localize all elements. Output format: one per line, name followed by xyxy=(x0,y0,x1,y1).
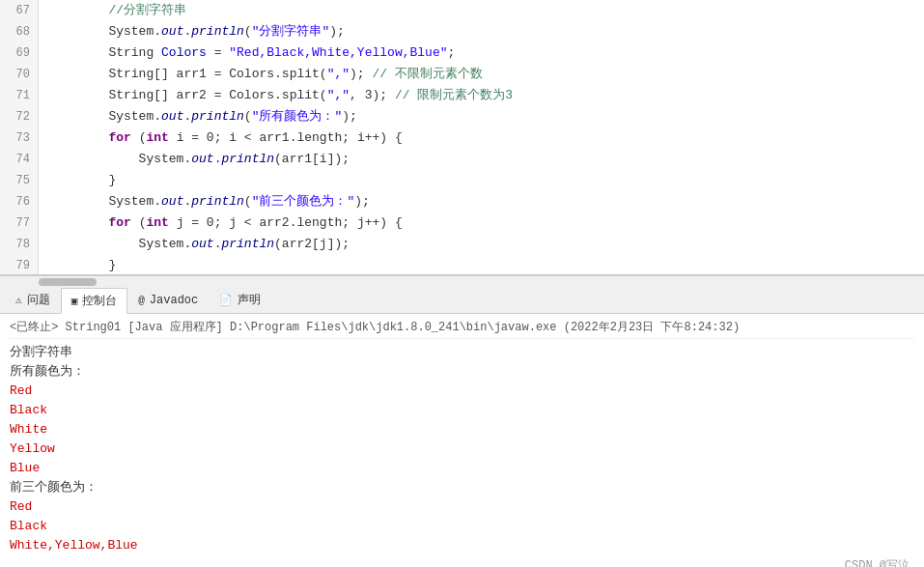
line-content: //分割字符串 xyxy=(39,0,186,21)
code-editor[interactable]: 67 //分割字符串68 System.out.println("分割字符串")… xyxy=(0,0,924,275)
tab-declaration[interactable]: 📄声明 xyxy=(209,287,271,313)
console-line: Red xyxy=(10,497,914,517)
line-content: System.out.println("前三个颜色为："); xyxy=(39,191,370,213)
horizontal-scrollbar[interactable] xyxy=(0,275,924,287)
line-number: 69 xyxy=(0,43,39,64)
console-line: Black xyxy=(10,401,914,420)
line-number: 75 xyxy=(0,170,39,191)
tab-bar[interactable]: ⚠问题▣控制台@Javadoc📄声明 xyxy=(0,287,924,314)
line-number: 72 xyxy=(0,106,39,128)
line-number: 68 xyxy=(0,21,39,43)
code-line: 73 for (int i = 0; i < arr1.length; i++)… xyxy=(0,128,924,149)
watermark: CSDN @写泣 xyxy=(845,557,910,567)
bottom-panel: ⚠问题▣控制台@Javadoc📄声明 <已终止> String01 [Java … xyxy=(0,287,924,567)
code-line: 76 System.out.println("前三个颜色为："); xyxy=(0,191,924,213)
line-number: 71 xyxy=(0,85,39,106)
line-content: String[] arr1 = Colors.split(","); // 不限… xyxy=(39,64,483,85)
line-content: for (int j = 0; j < arr2.length; j++) { xyxy=(39,213,403,234)
line-number: 74 xyxy=(0,149,39,170)
console-header: <已终止> String01 [Java 应用程序] D:\Program Fi… xyxy=(10,319,914,339)
console-line: 分割字符串 xyxy=(10,343,914,362)
tab-javadoc[interactable]: @Javadoc xyxy=(127,289,209,312)
code-line: 67 //分割字符串 xyxy=(0,0,924,21)
line-content: System.out.println(arr1[i]); xyxy=(39,149,350,170)
line-content: } xyxy=(39,170,116,191)
line-number: 67 xyxy=(0,0,39,21)
console-line: Yellow xyxy=(10,439,914,459)
console-line: Red xyxy=(10,382,914,401)
line-content: System.out.println("分割字符串"); xyxy=(39,21,345,43)
tab-problems[interactable]: ⚠问题 xyxy=(5,287,61,313)
line-number: 77 xyxy=(0,213,39,234)
console-line: White xyxy=(10,420,914,439)
line-content: String Colors = "Red,Black,White,Yellow,… xyxy=(39,43,455,64)
line-content: } xyxy=(39,255,116,275)
tab-label-console: 控制台 xyxy=(82,293,117,309)
console-line: Black xyxy=(10,517,914,536)
console-output[interactable]: <已终止> String01 [Java 应用程序] D:\Program Fi… xyxy=(0,314,924,567)
code-line: 71 String[] arr2 = Colors.split(",", 3);… xyxy=(0,85,924,106)
line-content: System.out.println("所有颜色为："); xyxy=(39,106,357,128)
tab-console[interactable]: ▣控制台 xyxy=(61,288,128,314)
tab-icon-problems: ⚠ xyxy=(15,294,22,306)
tab-icon-javadoc: @ xyxy=(138,295,145,306)
console-line: 所有颜色为： xyxy=(10,362,914,382)
code-line: 79 } xyxy=(0,255,924,275)
line-number: 70 xyxy=(0,64,39,85)
line-number: 79 xyxy=(0,255,39,275)
console-lines: 分割字符串所有颜色为：RedBlackWhiteYellowBlue前三个颜色为… xyxy=(10,343,914,555)
code-line: 77 for (int j = 0; j < arr2.length; j++)… xyxy=(0,213,924,234)
console-line: 前三个颜色为： xyxy=(10,478,914,497)
line-content: for (int i = 0; i < arr1.length; i++) { xyxy=(39,128,403,149)
code-line: 70 String[] arr1 = Colors.split(","); //… xyxy=(0,64,924,85)
line-number: 76 xyxy=(0,191,39,213)
code-line: 74 System.out.println(arr1[i]); xyxy=(0,149,924,170)
line-content: String[] arr2 = Colors.split(",", 3); //… xyxy=(39,85,513,106)
code-line: 72 System.out.println("所有颜色为："); xyxy=(0,106,924,128)
code-line: 78 System.out.println(arr2[j]); xyxy=(0,234,924,255)
code-line: 68 System.out.println("分割字符串"); xyxy=(0,21,924,43)
line-number: 73 xyxy=(0,128,39,149)
tab-icon-declaration: 📄 xyxy=(219,294,233,306)
tab-label-declaration: 声明 xyxy=(238,292,261,308)
code-line: 75 } xyxy=(0,170,924,191)
tab-label-javadoc: Javadoc xyxy=(150,294,198,307)
console-line: Blue xyxy=(10,459,914,478)
line-content: System.out.println(arr2[j]); xyxy=(39,234,350,255)
line-number: 78 xyxy=(0,234,39,255)
code-lines: 67 //分割字符串68 System.out.println("分割字符串")… xyxy=(0,0,924,274)
console-line: White,Yellow,Blue xyxy=(10,536,914,555)
tab-label-problems: 问题 xyxy=(27,292,50,308)
tab-icon-console: ▣ xyxy=(71,295,78,307)
code-line: 69 String Colors = "Red,Black,White,Yell… xyxy=(0,43,924,64)
